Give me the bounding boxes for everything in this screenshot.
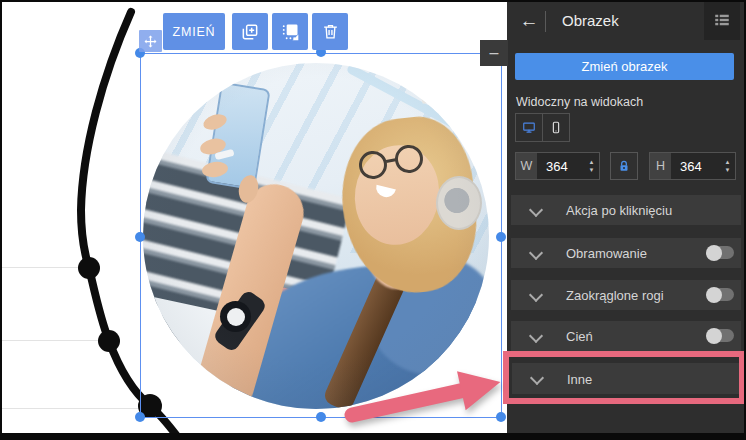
chart-node-dot — [78, 257, 100, 279]
section-obramowanie[interactable]: Obramowanie — [511, 238, 741, 268]
back-button[interactable]: ← — [517, 8, 541, 34]
position-icon — [280, 22, 300, 42]
panel-title: Obrazek — [562, 12, 619, 29]
section-label: Akcja po kliknięciu — [566, 203, 672, 218]
frame-border — [0, 433, 746, 440]
annotation-arrow — [336, 360, 514, 438]
delete-button[interactable] — [312, 13, 348, 50]
chevron-down-icon — [529, 288, 543, 302]
lock-icon — [617, 158, 631, 174]
list-icon — [713, 11, 731, 29]
cien-toggle[interactable] — [707, 329, 734, 342]
width-label: W — [516, 153, 537, 179]
obramowanie-toggle[interactable] — [707, 246, 734, 259]
move-handle[interactable] — [139, 30, 162, 52]
width-field-group: W ▲▼ — [515, 152, 600, 180]
section-akcja-po-klikniecu[interactable]: Akcja po kliknięciu — [511, 195, 741, 225]
height-stepper[interactable]: ▲▼ — [720, 153, 735, 179]
desktop-visibility-button[interactable] — [515, 113, 543, 142]
desktop-icon — [522, 118, 536, 137]
height-label: H — [650, 153, 671, 179]
resize-handle-bottom-left[interactable] — [135, 412, 145, 422]
resize-handle-bottom-middle[interactable] — [316, 412, 326, 422]
stepper-up-icon[interactable]: ▲ — [589, 160, 595, 165]
width-input[interactable] — [537, 153, 584, 179]
mobile-icon — [549, 119, 563, 136]
toggle-knob — [706, 287, 722, 303]
stepper-down-icon[interactable]: ▼ — [725, 168, 731, 173]
chart-node-dot — [98, 330, 120, 352]
toggle-knob — [706, 328, 722, 344]
stepper-down-icon[interactable]: ▼ — [589, 168, 595, 173]
header-divider — [545, 11, 546, 32]
copy-plus-icon — [240, 22, 260, 42]
width-stepper[interactable]: ▲▼ — [584, 153, 599, 179]
change-image-button[interactable]: ZMIEŃ — [163, 13, 225, 50]
move-icon — [143, 34, 158, 49]
section-cien[interactable]: Cień — [511, 321, 741, 351]
section-zaokraglone-rogi[interactable]: Zaokrąglone rogi — [511, 280, 741, 310]
display-settings-button[interactable] — [272, 13, 308, 50]
section-label: Zaokrąglone rogi — [566, 288, 664, 303]
chevron-down-icon — [529, 203, 543, 217]
frame-border — [0, 0, 746, 2]
resize-handle-middle-left[interactable] — [135, 232, 145, 242]
toggle-knob — [706, 245, 722, 261]
change-image-panel-button[interactable]: Zmień obrazek — [515, 53, 734, 80]
chevron-down-icon — [529, 329, 543, 343]
collapse-panel-button[interactable]: – — [480, 40, 508, 66]
stepper-up-icon[interactable]: ▲ — [725, 160, 731, 165]
visibility-label: Widoczny na widokach — [516, 95, 643, 109]
resize-handle-middle-right[interactable] — [496, 232, 506, 242]
section-label: Cień — [566, 329, 593, 344]
editor-screenshot: ZMIEŃ – ← Obrazek — [0, 0, 746, 440]
chevron-down-icon — [529, 246, 543, 260]
duplicate-button[interactable] — [232, 13, 268, 50]
height-input[interactable] — [671, 153, 720, 179]
trash-icon — [321, 22, 340, 41]
aspect-lock-button[interactable] — [610, 152, 638, 180]
annotation-highlight-box — [503, 351, 745, 404]
panel-menu-button[interactable] — [704, 0, 740, 40]
section-label: Obramowanie — [566, 246, 647, 261]
mobile-visibility-button[interactable] — [542, 113, 570, 142]
zaokraglone-rogi-toggle[interactable] — [707, 288, 734, 301]
height-field-group: H ▲▼ — [649, 152, 736, 180]
frame-border — [0, 0, 2, 440]
